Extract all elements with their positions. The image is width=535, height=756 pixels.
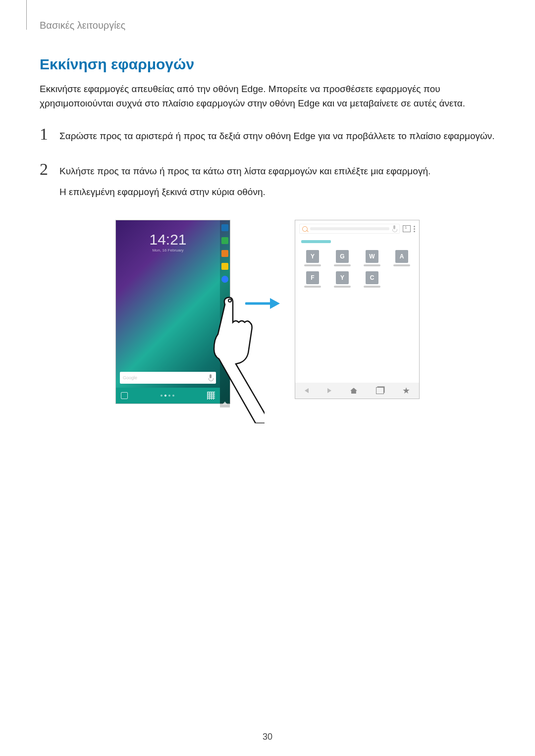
search-icon: [302, 226, 308, 232]
quick-access-tile: Y: [301, 250, 324, 266]
forward-icon: [327, 388, 331, 393]
step-1: 1 Σαρώστε προς τα αριστερά ή προς τα δεξ…: [40, 126, 495, 149]
dock: [116, 388, 220, 403]
illustration: 14:21 Mon, 16 February Google: [40, 220, 495, 404]
intro-paragraph: Εκκινήστε εφαρμογές απευθείας από την οθ…: [40, 82, 495, 111]
mic-icon: [392, 225, 397, 232]
quick-access-tile: Y: [331, 271, 354, 288]
pager-dots: [160, 395, 174, 397]
clock-time: 14:21: [116, 231, 220, 248]
browser-figure: Y G W A F Y C: [295, 220, 420, 399]
quick-access-label: [301, 240, 331, 243]
url-placeholder: [310, 227, 389, 230]
phone-icon: [121, 392, 128, 399]
step-text: Κυλήστε προς τα πάνω ή προς τα κάτω στη …: [59, 164, 430, 178]
browser-bottom-bar: [295, 383, 419, 399]
url-bar: [299, 224, 400, 234]
edge-favorites-icon: [221, 224, 228, 231]
browser-toolbar: [299, 223, 415, 234]
page: Βασικές λειτουργίες Εκκίνηση εφαρμογών Ε…: [0, 0, 535, 756]
quick-access-tile: W: [361, 250, 383, 266]
back-icon: [305, 388, 309, 393]
edge-contacts-icon: [221, 250, 228, 257]
windows-icon: [376, 387, 384, 394]
svg-marker-2: [270, 298, 280, 309]
quick-access-tile: C: [361, 271, 383, 288]
home-icon: [350, 388, 357, 394]
step-number: 2: [40, 161, 59, 178]
edge-mail-icon: [221, 263, 228, 270]
step-subtext: Η επιλεγμένη εφαρμογή ξεκινά στην κύρια …: [59, 185, 430, 199]
edge-phone-icon: [221, 237, 228, 244]
hand-pointer-illustration: [205, 295, 265, 423]
quick-access-grid: Y G W A F Y C: [301, 250, 413, 288]
edge-internet-icon: [221, 276, 228, 283]
quick-access-tile: G: [331, 250, 354, 266]
clock-date: Mon, 16 February: [116, 248, 220, 252]
google-search-bar: Google: [120, 372, 216, 384]
more-icon: [414, 226, 415, 232]
homescreen-figure: 14:21 Mon, 16 February Google: [115, 220, 230, 404]
bookmark-icon: [403, 387, 410, 394]
quick-access-tile: A: [390, 250, 413, 266]
clock-widget: 14:21 Mon, 16 February: [116, 231, 220, 252]
tabs-icon: [403, 225, 411, 232]
step-number: 1: [40, 126, 59, 143]
section-heading: Εκκίνηση εφαρμογών: [40, 56, 495, 73]
step-2: 2 Κυλήστε προς τα πάνω ή προς τα κάτω στ…: [40, 161, 495, 205]
chapter-title: Βασικές λειτουργίες: [40, 20, 495, 31]
quick-access-tile: F: [301, 271, 324, 288]
search-brand: Google: [123, 375, 137, 380]
page-number: 30: [0, 732, 535, 742]
step-text: Σαρώστε προς τα αριστερά ή προς τα δεξιά…: [59, 129, 495, 143]
